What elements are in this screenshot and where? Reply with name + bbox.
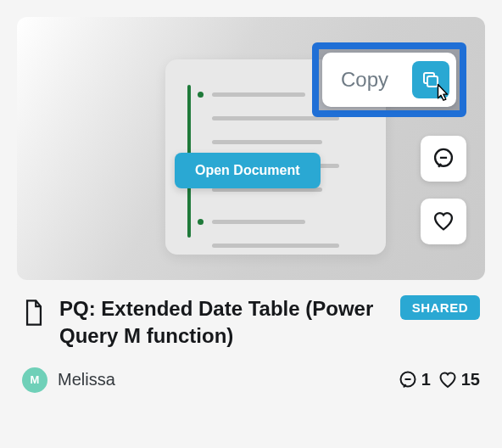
author-avatar[interactable]: M (22, 367, 47, 393)
comment-button[interactable] (421, 136, 466, 182)
comment-icon (398, 370, 418, 390)
comment-count-value: 1 (421, 370, 431, 389)
like-count-value: 15 (461, 370, 480, 389)
author-name[interactable]: Melissa (58, 370, 398, 389)
preview-area: Open Document Copy (17, 17, 485, 280)
open-document-button[interactable]: Open Document (175, 153, 321, 188)
heart-icon (432, 210, 455, 233)
comment-icon (432, 147, 455, 171)
card-title: PQ: Extended Date Table (Power Query M f… (59, 295, 387, 350)
open-document-label: Open Document (195, 163, 300, 177)
shared-badge: SHARED (400, 295, 480, 320)
copy-highlight: Copy (312, 42, 466, 117)
like-count[interactable]: 15 (438, 370, 480, 390)
cursor-icon (429, 81, 453, 105)
card-info: PQ: Extended Date Table (Power Query M f… (17, 280, 485, 393)
copy-label: Copy (329, 68, 400, 92)
heart-icon (438, 370, 458, 390)
copy-icon (412, 61, 449, 98)
preview-actions (421, 136, 466, 244)
copy-button[interactable]: Copy (322, 53, 456, 107)
stats: 1 15 (398, 370, 480, 390)
comment-count[interactable]: 1 (398, 370, 431, 390)
resource-card: Open Document Copy (17, 17, 485, 393)
like-button[interactable] (421, 199, 466, 244)
document-icon (22, 299, 46, 328)
